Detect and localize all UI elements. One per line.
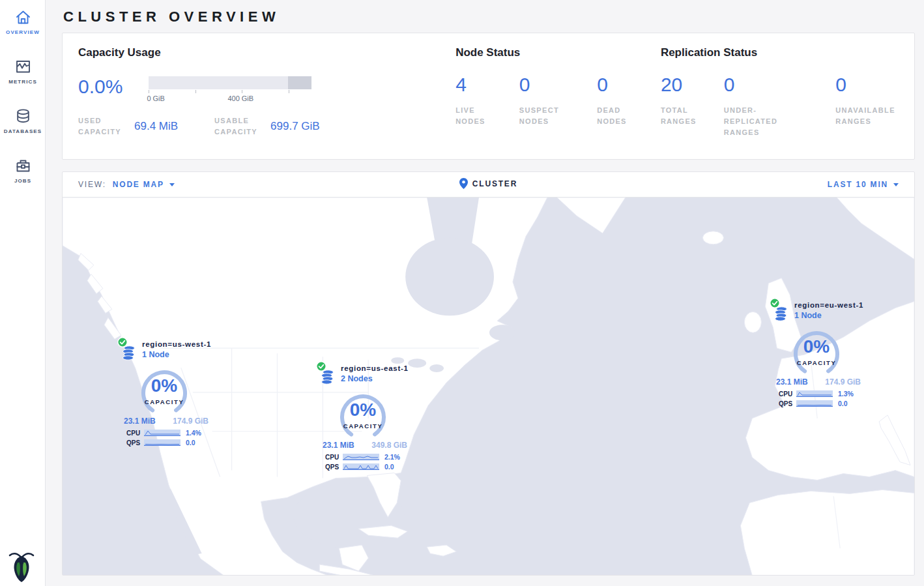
- cockroachdb-logo: [8, 551, 35, 582]
- dead-nodes-value: 0: [597, 75, 633, 95]
- total-ranges-label: TOTAL RANGES: [661, 105, 697, 127]
- axis-tick-400gib: 400 GiB: [227, 95, 253, 102]
- breadcrumb[interactable]: CLUSTER: [459, 178, 517, 189]
- database-stack-icon: [121, 345, 136, 360]
- gauge-percent: 0%: [781, 336, 852, 357]
- world-map[interactable]: region=us-west-1 1 Node 0% CAPACITY 23.1…: [63, 198, 914, 576]
- view-selector-dropdown[interactable]: NODE MAP: [113, 180, 175, 189]
- sidebar-item-label: DATABASES: [0, 128, 46, 134]
- qps-row: QPS 0.0: [779, 400, 869, 407]
- sidebar: OVERVIEW METRICS DATABASES: [0, 0, 46, 586]
- qps-value: 0.0: [838, 400, 848, 407]
- suspect-nodes-stat: 0 SUSPECT NODES: [519, 75, 570, 127]
- qps-sparkline: [343, 463, 379, 470]
- sidebar-item-label: METRICS: [0, 79, 46, 85]
- replication-status-section: Replication Status 20 TOTAL RANGES 0 UND…: [661, 46, 899, 143]
- gauge-caption: CAPACITY: [327, 422, 399, 430]
- total-ranges-value: 20: [661, 75, 697, 95]
- unavailable-ranges-stat: 0 UNAVAILABLE RANGES: [835, 75, 899, 138]
- databases-icon: [14, 108, 32, 125]
- dead-nodes-stat: 0 DEAD NODES: [597, 75, 633, 127]
- healthy-check-icon: [316, 361, 326, 372]
- qps-sparkline: [796, 400, 833, 407]
- cpu-row: CPU 2.1%: [325, 453, 416, 461]
- sidebar-item-overview[interactable]: OVERVIEW: [0, 0, 46, 35]
- under-replicated-ranges-value: 0: [724, 75, 809, 95]
- chevron-down-icon: [169, 183, 175, 186]
- qps-label: QPS: [325, 463, 343, 471]
- node-used-capacity: 23.1 MiB: [124, 417, 156, 426]
- capacity-usage-title: Capacity Usage: [78, 46, 455, 59]
- node-usable-capacity: 349.8 GiB: [371, 441, 407, 450]
- node-status-section: Node Status 4 LIVE NODES 0 SUSPECT NODES…: [455, 46, 661, 143]
- cpu-sparkline: [343, 454, 379, 460]
- capacity-gauge: 0% CAPACITY: [327, 392, 399, 439]
- cpu-value: 1.3%: [838, 390, 854, 398]
- cpu-sparkline: [796, 390, 833, 397]
- region-label: region=us-east-1: [341, 364, 416, 372]
- usable-capacity-value: 699.7 GiB: [270, 120, 320, 133]
- gauge-percent: 0%: [327, 400, 399, 420]
- qps-label: QPS: [779, 400, 796, 407]
- home-icon: [14, 8, 32, 26]
- cpu-row: CPU 1.4%: [126, 429, 217, 437]
- cpu-label: CPU: [126, 430, 144, 437]
- usable-capacity-label: USABLE CAPACITY: [214, 115, 270, 138]
- chevron-down-icon: [893, 183, 899, 186]
- database-stack-icon: [773, 306, 788, 321]
- unavailable-ranges-value: 0: [835, 75, 899, 95]
- node-marker-us-west-1[interactable]: region=us-west-1 1 Node 0% CAPACITY 23.1…: [118, 340, 217, 447]
- location-pin-icon: [459, 178, 468, 189]
- cpu-value: 2.1%: [384, 453, 400, 461]
- node-used-capacity: 23.1 MiB: [776, 377, 808, 387]
- unavailable-ranges-label: UNAVAILABLE RANGES: [835, 105, 899, 127]
- metrics-icon: [14, 58, 32, 76]
- map-toolbar: VIEW: NODE MAP CLUSTER LAST 10 MIN: [63, 172, 914, 198]
- region-label: region=us-west-1: [142, 340, 217, 348]
- sidebar-item-label: JOBS: [0, 178, 46, 184]
- cpu-sparkline: [144, 430, 180, 436]
- healthy-check-icon: [770, 298, 780, 308]
- live-nodes-value: 4: [455, 75, 492, 95]
- under-replicated-ranges-label: UNDER-REPLICATED RANGES: [724, 105, 809, 138]
- database-stack-icon: [320, 370, 334, 385]
- region-label: region=eu-west-1: [794, 301, 869, 309]
- sidebar-item-jobs[interactable]: JOBS: [0, 149, 46, 184]
- jobs-icon: [14, 157, 32, 175]
- healthy-check-icon: [117, 337, 128, 347]
- qps-value: 0.0: [186, 439, 195, 447]
- node-marker-eu-west-1[interactable]: region=eu-west-1 1 Node 0% CAPACITY 23.1…: [770, 301, 869, 407]
- used-capacity-label: USED CAPACITY: [78, 115, 134, 138]
- view-label: VIEW:: [78, 180, 106, 189]
- capacity-bar: 0 GiB 400 GiB: [149, 75, 311, 105]
- qps-label: QPS: [126, 439, 144, 447]
- breadcrumb-label: CLUSTER: [472, 179, 517, 188]
- under-replicated-ranges-stat: 0 UNDER-REPLICATED RANGES: [724, 75, 809, 138]
- axis-tick-0gib: 0 GiB: [147, 95, 165, 102]
- sidebar-item-databases[interactable]: DATABASES: [0, 99, 46, 134]
- node-map-card: VIEW: NODE MAP CLUSTER LAST 10 MIN: [62, 171, 915, 576]
- qps-row: QPS 0.0: [325, 463, 416, 471]
- cpu-row: CPU 1.3%: [779, 390, 869, 398]
- capacity-usage-section: Capacity Usage 0.0% 0 GiB 400 GiB: [78, 46, 455, 143]
- node-usable-capacity: 174.9 GiB: [173, 417, 209, 426]
- node-count-link[interactable]: 2 Nodes: [341, 374, 373, 383]
- time-range-dropdown[interactable]: LAST 10 MIN: [828, 180, 899, 189]
- gauge-percent: 0%: [128, 375, 200, 396]
- capacity-percent: 0.0%: [78, 75, 123, 96]
- dead-nodes-label: DEAD NODES: [597, 105, 633, 127]
- capacity-gauge: 0% CAPACITY: [781, 329, 852, 376]
- node-count-link[interactable]: 1 Node: [794, 311, 822, 320]
- capacity-gauge: 0% CAPACITY: [128, 368, 200, 415]
- qps-row: QPS 0.0: [126, 439, 217, 447]
- sidebar-item-metrics[interactable]: METRICS: [0, 50, 46, 85]
- suspect-nodes-label: SUSPECT NODES: [519, 105, 570, 127]
- qps-sparkline: [144, 439, 180, 446]
- node-count-link[interactable]: 1 Node: [142, 350, 169, 359]
- cpu-value: 1.4%: [186, 429, 201, 437]
- qps-value: 0.0: [384, 463, 394, 471]
- node-marker-us-east-1[interactable]: region=us-east-1 2 Nodes 0% CAPACITY 23.…: [317, 364, 416, 471]
- node-status-title: Node Status: [455, 46, 661, 59]
- suspect-nodes-value: 0: [519, 75, 570, 95]
- main-content: CLUSTER OVERVIEW Capacity Usage 0.0% 0 G…: [46, 0, 924, 576]
